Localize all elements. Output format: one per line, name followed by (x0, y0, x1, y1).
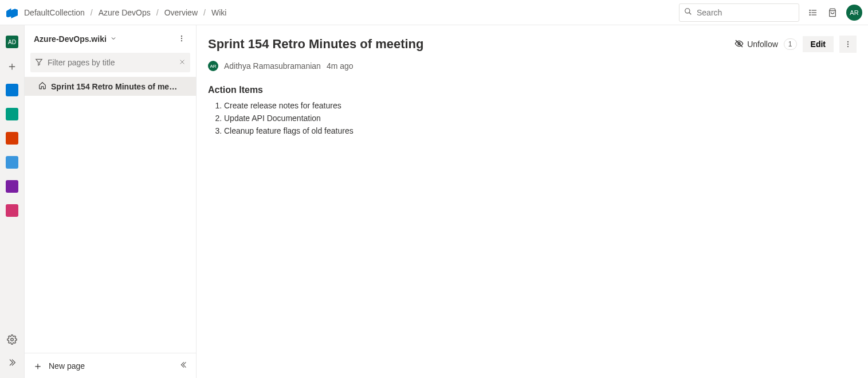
page-timestamp: 4m ago (327, 61, 354, 71)
rail-overview[interactable] (0, 79, 25, 101)
svg-point-6 (810, 12, 810, 13)
left-rail: AD ＋ (0, 25, 25, 378)
rail-boards[interactable] (0, 103, 25, 125)
author-avatar: AR (208, 61, 218, 71)
rail-pipelines[interactable] (0, 151, 25, 173)
page-body: Action Items Create release notes for fe… (208, 85, 857, 135)
breadcrumb-item[interactable]: Wiki (211, 8, 226, 17)
repos-icon (6, 132, 18, 145)
more-vertical-icon (844, 40, 852, 48)
section-heading: Action Items (208, 85, 857, 95)
new-page-button[interactable]: ＋ New page (33, 359, 85, 373)
action-items-list: Create release notes for features Update… (208, 101, 857, 135)
boards-icon (6, 108, 18, 120)
more-vertical-icon (178, 34, 186, 42)
list-item: Create release notes for features (224, 101, 857, 110)
rail-repos[interactable] (0, 127, 25, 149)
filter-icon (35, 58, 43, 68)
svg-point-7 (810, 14, 810, 15)
new-page-label: New page (49, 361, 85, 371)
list-item: Update API Documentation (224, 114, 857, 123)
svg-point-5 (810, 10, 810, 10)
svg-point-0 (685, 9, 690, 13)
breadcrumb: DefaultCollection / Azure DevOps / Overv… (24, 8, 226, 17)
rail-testplans[interactable] (0, 176, 25, 197)
filter-box[interactable] (30, 53, 190, 72)
svg-point-19 (847, 44, 849, 45)
shopping-bag-icon[interactable] (827, 7, 838, 18)
svg-point-12 (181, 40, 182, 41)
svg-point-11 (181, 37, 182, 38)
project-icon: AD (6, 36, 18, 48)
author-name: Adithya Ramasubramanian (224, 61, 321, 71)
search-icon (684, 7, 692, 17)
wiki-selector[interactable]: Azure-DevOps.wiki (34, 34, 117, 44)
chevron-down-icon (110, 34, 117, 44)
svg-point-18 (847, 41, 849, 42)
azure-devops-logo[interactable] (6, 6, 18, 19)
search-box[interactable] (679, 3, 799, 22)
overview-icon (6, 84, 18, 96)
home-icon (38, 81, 46, 91)
wiki-tree: Sprint 154 Retro Minutes of me… (25, 77, 196, 353)
close-icon (179, 59, 186, 65)
follow-count-badge: 1 (784, 38, 797, 50)
wiki-name: Azure-DevOps.wiki (34, 34, 107, 44)
breadcrumb-item[interactable]: DefaultCollection (24, 8, 85, 17)
chevron-double-right-icon (7, 358, 17, 367)
wiki-more-menu[interactable] (173, 32, 190, 46)
svg-point-10 (181, 35, 182, 36)
rail-new[interactable]: ＋ (0, 55, 25, 77)
artifacts-icon (6, 204, 18, 217)
pipelines-icon (6, 156, 18, 169)
edit-button[interactable]: Edit (803, 36, 834, 52)
collapse-panel-button[interactable] (180, 361, 188, 371)
search-input[interactable] (697, 8, 794, 17)
unfollow-button[interactable]: Unfollow (735, 39, 778, 50)
list-item: Cleanup feature flags of old features (224, 126, 857, 135)
svg-marker-13 (36, 59, 42, 65)
svg-point-9 (11, 338, 14, 341)
page-title: Sprint 154 Retro Minutes of meeting (208, 37, 424, 52)
eye-icon (735, 39, 744, 50)
breadcrumb-item[interactable]: Overview (164, 8, 198, 17)
wiki-page-label: Sprint 154 Retro Minutes of me… (51, 82, 177, 91)
testplans-icon (6, 180, 18, 193)
gear-icon (7, 334, 17, 345)
expand-rail-button[interactable] (0, 353, 25, 372)
breadcrumb-item[interactable]: Azure DevOps (99, 8, 151, 17)
filter-clear-button[interactable] (179, 58, 186, 67)
plus-icon: ＋ (6, 59, 18, 74)
rail-artifacts[interactable] (0, 200, 25, 221)
svg-line-1 (689, 13, 692, 15)
rail-project[interactable]: AD (0, 31, 25, 53)
wiki-nav-panel: Azure-DevOps.wiki Sprint (25, 25, 197, 378)
filter-input[interactable] (48, 58, 174, 67)
page-more-menu[interactable] (839, 36, 857, 53)
settings-button[interactable] (0, 330, 25, 349)
wiki-page-item[interactable]: Sprint 154 Retro Minutes of me… (25, 77, 196, 96)
chevron-double-left-icon (180, 361, 188, 369)
user-avatar[interactable]: AR (846, 5, 862, 21)
main-content: Sprint 154 Retro Minutes of meeting Unfo… (197, 25, 868, 378)
list-icon[interactable] (807, 7, 819, 18)
unfollow-label: Unfollow (747, 40, 778, 49)
svg-point-20 (847, 46, 849, 47)
plus-icon: ＋ (33, 359, 43, 373)
